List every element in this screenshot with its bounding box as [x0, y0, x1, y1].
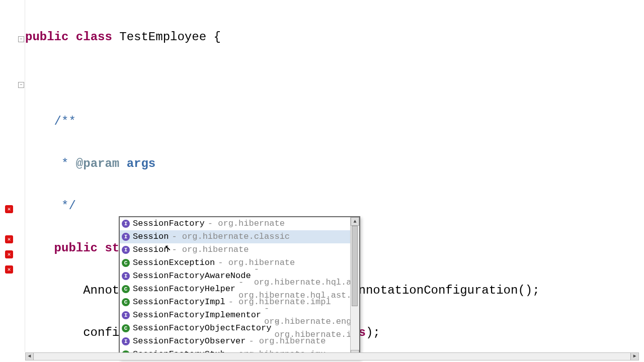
suggestion-name: SessionFactoryObjectFactory — [133, 322, 271, 335]
scroll-thumb[interactable] — [352, 226, 358, 306]
brace: { — [213, 30, 220, 44]
horizontal-scrollbar[interactable]: ◄ ► — [25, 352, 639, 360]
suggestion-list[interactable]: ISessionFactory- org.hibernate ISession-… — [120, 217, 350, 358]
class-icon: C — [122, 285, 130, 293]
suggestion-name: SessionFactoryImpl — [133, 296, 225, 309]
interface-icon: I — [122, 311, 130, 319]
error-marker-icon[interactable]: ✕ — [5, 235, 13, 243]
fold-toggle-icon[interactable]: − — [18, 36, 24, 42]
suggestion-name: SessionFactory — [133, 217, 205, 230]
keyword: public — [54, 241, 98, 255]
suggestion-item[interactable]: ISessionFactoryObserver- org.hibernate — [120, 335, 350, 348]
class-icon: C — [122, 259, 130, 267]
suggestion-package: - org.hibernate — [172, 243, 249, 256]
class-name: TestEmployee — [119, 30, 206, 44]
comment: /** — [54, 115, 76, 128]
scroll-right-icon[interactable]: ► — [630, 353, 638, 360]
suggestion-item[interactable]: ISessionFactory- org.hibernate — [120, 217, 350, 230]
suggestion-name: SessionFactoryAwareNode — [133, 269, 251, 283]
suggestion-item[interactable]: CSessionFactoryObjectFactory- org.hibern… — [120, 322, 350, 335]
suggestion-package: - org.hibernate — [249, 335, 326, 348]
error-marker-icon[interactable]: ✕ — [5, 250, 13, 258]
interface-icon: I — [122, 233, 130, 241]
suggestion-item[interactable]: ISession- org.hibernate.classic — [120, 230, 350, 243]
keyword: public — [25, 30, 68, 44]
scroll-left-icon[interactable]: ◄ — [26, 353, 34, 360]
comment: */ — [54, 199, 76, 213]
suggestion-name: Session — [133, 230, 169, 243]
param-name: args — [127, 157, 156, 170]
interface-icon: I — [122, 272, 130, 280]
suggestion-item[interactable]: CSessionFactoryHelper- org.hibernate.hql… — [120, 283, 350, 296]
code-text: ); — [366, 326, 380, 339]
fold-toggle-icon[interactable]: − — [18, 82, 24, 88]
suggestion-name: SessionFactoryObserver — [133, 335, 246, 348]
autocomplete-popup[interactable]: ISessionFactory- org.hibernate ISession-… — [119, 216, 360, 359]
suggestion-package: - org.hibernate.classic — [172, 230, 290, 243]
gutter: − − ✕ ✕ ✕ ✕ — [0, 0, 25, 352]
suggestion-name: Session — [133, 243, 169, 256]
error-marker-icon[interactable]: ✕ — [5, 205, 13, 213]
suggestion-name: SessionFactoryHelper — [133, 283, 235, 296]
comment: * — [54, 157, 76, 170]
error-marker-icon[interactable]: ✕ — [5, 265, 13, 274]
suggestion-package: - org.hibernate — [208, 217, 285, 230]
suggestion-name: SessionException — [133, 256, 215, 269]
suggestion-name: SessionFactoryImplementor — [133, 309, 261, 322]
interface-icon: I — [122, 246, 130, 254]
code-text: AnnotationConfiguration(); — [344, 284, 540, 297]
class-icon: C — [122, 324, 130, 332]
keyword: class — [76, 30, 112, 44]
suggestion-item[interactable]: ISession- org.hibernate — [120, 243, 350, 256]
class-icon: C — [122, 298, 130, 306]
scrollbar[interactable]: ▲ ▼ — [350, 217, 359, 358]
scroll-up-icon[interactable]: ▲ — [351, 217, 359, 226]
interface-icon: I — [122, 337, 130, 345]
javadoc-tag: @param — [76, 157, 119, 170]
interface-icon: I — [122, 220, 130, 228]
